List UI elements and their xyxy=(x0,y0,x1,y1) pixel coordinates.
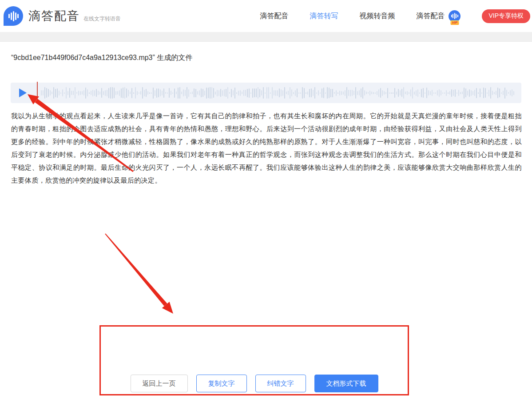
logo-subtitle: 在线文字转语音 xyxy=(83,15,121,23)
waveform-bar xyxy=(69,88,70,98)
waveform-bar xyxy=(229,92,230,94)
waveform-bar xyxy=(506,90,507,96)
waveform-bar xyxy=(378,89,379,97)
waveform-bar xyxy=(171,91,171,95)
transcript-text: 我以为从生物学的观点看起来，人生读来几乎是像一首诗，它有其自己的韵律和拍子，也有… xyxy=(11,109,522,187)
waveform-bar xyxy=(480,88,480,97)
waveform-bar xyxy=(325,92,326,94)
waveform-bar xyxy=(128,90,129,96)
waveform-bar xyxy=(322,88,322,98)
waveform-bar xyxy=(458,90,459,96)
waveform-bar xyxy=(167,92,168,94)
waveform-bar xyxy=(368,92,369,94)
waveform-bar xyxy=(263,87,264,99)
waveform-bar xyxy=(137,91,138,95)
waveform-bar xyxy=(453,90,454,96)
waveform-bar xyxy=(444,92,445,94)
play-icon[interactable] xyxy=(19,88,27,97)
waveform-bar xyxy=(252,88,253,98)
waveform-bar xyxy=(110,87,111,99)
waveform-bar xyxy=(149,92,150,94)
back-button[interactable]: 返回上一页 xyxy=(131,375,188,392)
waveform-bar xyxy=(204,91,205,96)
waveform-bar xyxy=(504,88,505,99)
waveform-bar xyxy=(387,88,388,98)
waveform-bar xyxy=(291,89,292,96)
waveform-bar xyxy=(62,89,63,96)
download-document-button[interactable]: 文档形式下载 xyxy=(314,375,378,392)
waveform-bar xyxy=(222,90,223,96)
nav-item-video-to-audio[interactable]: 视频转音频 xyxy=(359,12,395,21)
waveform-bar xyxy=(380,88,381,98)
copy-text-button[interactable]: 复制文字 xyxy=(196,375,247,392)
waveform-bar xyxy=(151,92,152,94)
waveform-bar xyxy=(190,92,191,94)
waveform-bar xyxy=(471,90,472,96)
waveform-bar xyxy=(71,91,72,95)
waveform-bar xyxy=(135,87,136,99)
waveform-bar xyxy=(98,91,99,95)
waveform-bar xyxy=(336,90,337,96)
waveform-bar xyxy=(433,92,434,94)
waveform-bar xyxy=(282,90,283,96)
waveform-bar xyxy=(316,92,317,94)
nav-item-transcribe[interactable]: 滴答转写 xyxy=(310,12,338,21)
waveform-bar xyxy=(234,88,235,99)
correct-text-button[interactable]: 纠错文字 xyxy=(255,375,306,392)
waveform-bar xyxy=(227,87,228,99)
waveform-bar xyxy=(496,91,496,95)
waveform-bar xyxy=(346,87,347,99)
waveform-bar xyxy=(394,88,395,98)
waveform-bar xyxy=(503,91,504,95)
vip-privilege-button[interactable]: VIP专享特权 xyxy=(482,9,530,23)
waveform-bar xyxy=(108,88,109,98)
waveform-bar xyxy=(366,92,367,94)
header: 滴答配音 在线文字转语音 滴答配音 滴答转写 视频转音频 滴答配音 VIP VI… xyxy=(0,0,532,32)
waveform-bar xyxy=(385,92,386,94)
arrow-to-highlight-box-head xyxy=(162,302,173,314)
waveform-bar xyxy=(211,87,212,99)
waveform-bar xyxy=(139,92,139,94)
nav-item-dubbing-vip[interactable]: 滴答配音 VIP xyxy=(416,10,461,22)
waveform-bar xyxy=(124,87,125,99)
waveform-bar xyxy=(389,92,390,94)
logo[interactable]: 滴答配音 在线文字转语音 xyxy=(4,6,121,26)
waveform-bar xyxy=(94,90,95,96)
waveform-bar xyxy=(382,90,383,96)
waveform-bar xyxy=(355,87,356,99)
waveform-bar xyxy=(242,92,242,94)
waveform-bar xyxy=(371,92,372,94)
waveform-bar xyxy=(131,88,132,98)
waveform-bar xyxy=(188,89,189,97)
waveform-bar xyxy=(268,87,269,99)
nav-item-dubbing[interactable]: 滴答配音 xyxy=(260,12,288,21)
waveform-bar xyxy=(130,92,131,94)
waveform-bar xyxy=(215,92,216,95)
waveform-bar xyxy=(146,89,147,97)
waveform-bar xyxy=(295,90,296,96)
waveform-bar xyxy=(350,90,351,96)
waveform-bar xyxy=(89,92,90,94)
waveform-bar xyxy=(277,90,278,96)
waveform-bar xyxy=(105,90,106,96)
waveform-bar xyxy=(460,92,461,94)
waveform-bar xyxy=(435,92,436,94)
waveform-bar xyxy=(107,90,107,96)
waveform-bar xyxy=(133,92,134,94)
arrow-to-highlight-box xyxy=(105,233,167,306)
waveform-bar xyxy=(236,92,237,94)
waveform-bar xyxy=(483,88,484,98)
actions-row: 返回上一页 复制文字 纠错文字 文档形式下载 xyxy=(101,375,408,392)
audio-player xyxy=(11,83,521,103)
waveform-bar xyxy=(194,88,195,97)
playhead-cursor[interactable] xyxy=(37,82,38,101)
waveform-bar xyxy=(60,92,61,94)
waveform-bar xyxy=(183,89,184,96)
waveform-bar xyxy=(361,88,361,97)
waveform-bar xyxy=(53,87,54,99)
waveform-bar xyxy=(306,92,306,94)
waveform-bar xyxy=(57,88,58,98)
waveform-bar xyxy=(332,89,333,97)
waveform-bar xyxy=(298,92,299,94)
audio-waveform[interactable] xyxy=(41,83,516,103)
